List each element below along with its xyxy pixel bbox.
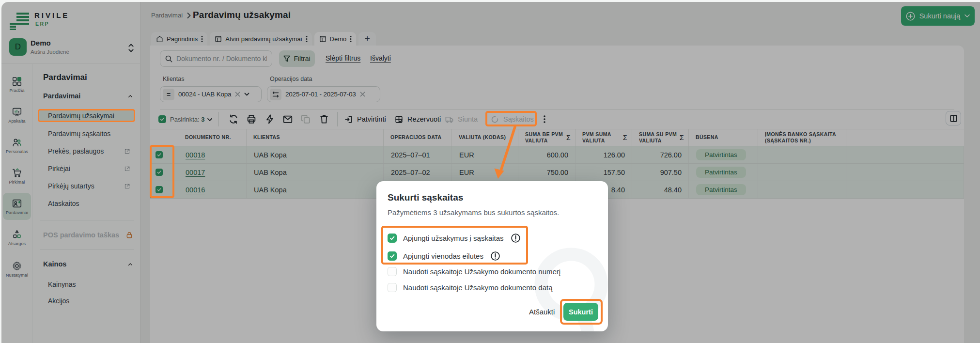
modal-description: Pažymėtiems 3 užsakymams bus sukurtos są… — [388, 208, 559, 217]
option-checkbox[interactable] — [388, 251, 397, 261]
modal-option: Apjungti užsakymus į sąskaitas — [388, 230, 597, 246]
option-checkbox[interactable] — [388, 267, 397, 276]
info-icon[interactable] — [490, 251, 500, 261]
option-label: Naudoti sąskaitoje Užsakymo dokumento nu… — [403, 267, 560, 276]
cancel-button[interactable]: Atšaukti — [529, 306, 552, 317]
submit-button[interactable]: Sukurti — [563, 303, 598, 321]
modal-option: Naudoti sąskaitoje Užsakymo dokumento nu… — [388, 263, 597, 280]
option-checkbox[interactable] — [388, 283, 397, 292]
info-icon[interactable] — [511, 233, 521, 243]
modal-option: Naudoti sąskaitoje Užsakymo dokumento da… — [388, 279, 597, 296]
option-label: Apjungti vienodas eilutes — [403, 252, 483, 260]
option-label: Naudoti sąskaitoje Užsakymo dokumento da… — [403, 283, 553, 292]
modal-title: Sukurti sąskaitas — [388, 192, 463, 203]
modal-option: Apjungti vienodas eilutes — [388, 248, 597, 264]
option-label: Apjungti užsakymus į sąskaitas — [403, 234, 504, 242]
option-checkbox[interactable] — [388, 234, 397, 243]
